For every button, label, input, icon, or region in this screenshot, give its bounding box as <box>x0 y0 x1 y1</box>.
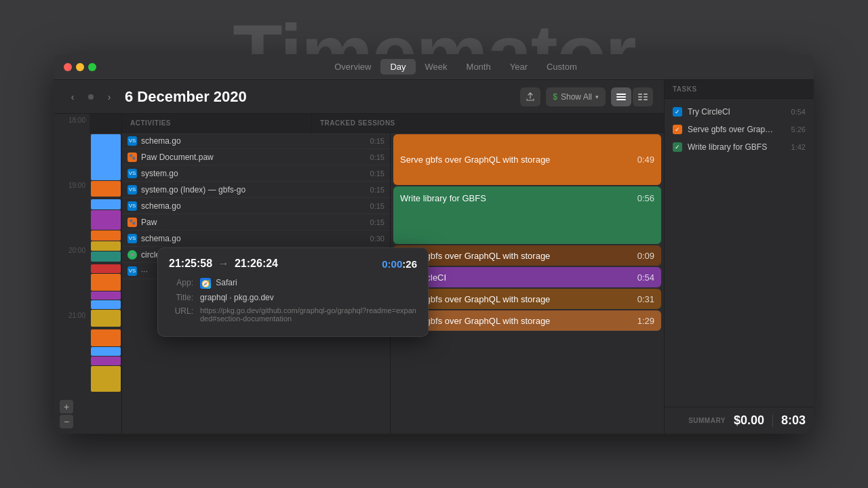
list-item[interactable]: VS schema.go 0:15 <box>122 133 390 149</box>
tab-custom[interactable]: Custom <box>537 59 587 75</box>
session-block[interactable]: Try CircleCI 0:54 <box>393 267 661 287</box>
tooltip-app-value: 🧭 Safari <box>200 278 417 289</box>
vscode-icon: VS <box>127 201 137 211</box>
task-row[interactable]: ✓ Write library for GBFS 1:42 <box>665 138 814 156</box>
minimize-button[interactable] <box>76 63 84 71</box>
list-item[interactable]: VS schema.go 0:15 <box>122 198 390 214</box>
session-block[interactable]: Serve gbfs over GraphQL with storage 0:4… <box>393 134 661 185</box>
tooltip-url-value: https://pkg.go.dev/github.com/graphql-go… <box>200 306 417 323</box>
list-item[interactable]: VS schema.go 0:30 <box>122 230 390 247</box>
session-block[interactable]: Serve gbfs over GraphQL with storage 1:2… <box>393 310 661 331</box>
tooltip-title-row: Title: graphql · pkg.go.dev <box>169 293 417 302</box>
list-item[interactable]: 🐾 Paw Document.paw 0:15 <box>122 149 390 165</box>
activity-name: schema.go <box>141 234 366 243</box>
summary-label: SUMMARY <box>688 417 726 424</box>
sessions-list: Serve gbfs over GraphQL with storage 0:4… <box>391 133 664 434</box>
task-row[interactable]: ✓ Serve gbfs over Grap… 5:26 <box>665 121 814 138</box>
summary-time: 8:03 <box>781 413 806 428</box>
tab-year[interactable]: Year <box>500 59 537 75</box>
view-toggle <box>611 87 653 106</box>
task-checkbox[interactable]: ✓ <box>673 142 682 152</box>
maximize-button[interactable] <box>88 63 96 71</box>
session-block[interactable]: Write library for GBFS 0:56 <box>393 186 661 244</box>
circleci-icon: ◉ <box>127 250 137 260</box>
activity-name: Paw Document.paw <box>141 152 366 162</box>
tooltip-app-row: App: 🧭 Safari <box>169 278 417 289</box>
tooltip-title-value: graphql · pkg.go.dev <box>200 293 417 302</box>
tab-month[interactable]: Month <box>457 59 500 75</box>
detail-view-button[interactable] <box>633 87 653 106</box>
session-duration: 0:54 <box>637 272 654 283</box>
activity-duration: 0:15 <box>370 186 384 194</box>
tooltip-duration: 0:00:26 <box>382 258 417 270</box>
task-row[interactable]: ✓ Try CircleCI 0:54 <box>665 103 814 121</box>
activity-duration: 0:15 <box>370 218 384 226</box>
vscode-icon: VS <box>127 136 137 146</box>
session-duration: 0:49 <box>637 155 654 165</box>
app-window: Overview Day Week Month Year Custom ‹ › … <box>54 54 814 434</box>
vscode-icon: VS <box>127 234 137 243</box>
activity-tooltip: 21:25:58 → 21:26:24 0:00:26 App: 🧭 Safar… <box>157 247 429 337</box>
close-button[interactable] <box>64 63 72 71</box>
traffic-lights <box>64 63 96 71</box>
list-item[interactable]: VS system.go 0:15 <box>122 165 390 182</box>
task-checkbox[interactable]: ✓ <box>673 125 682 134</box>
activity-duration: 0:30 <box>370 235 384 243</box>
prev-day-button[interactable]: ‹ <box>65 89 80 104</box>
task-checkbox[interactable]: ✓ <box>673 107 682 117</box>
tooltip-app-name: Safari <box>216 278 237 287</box>
session-name: Write library for GBFS <box>400 193 486 203</box>
activity-duration: 0:15 <box>370 137 384 145</box>
svg-rect-6 <box>644 96 648 98</box>
vscode-icon: VS <box>127 266 137 276</box>
vscode-icon: VS <box>127 185 137 195</box>
tooltip-title-label: Title: <box>169 293 193 302</box>
show-all-button[interactable]: $ Show All ▾ <box>546 87 606 106</box>
activity-name: Paw <box>141 218 366 227</box>
task-list: ✓ Try CircleCI 0:54 ✓ Serve gbfs over Gr… <box>665 99 814 407</box>
svg-rect-7 <box>638 99 642 100</box>
task-name: Try CircleCI <box>688 107 786 117</box>
svg-rect-8 <box>644 99 648 100</box>
tooltip-url-row: URL: https://pkg.go.dev/github.com/graph… <box>169 306 417 323</box>
tab-overview[interactable]: Overview <box>325 59 380 75</box>
next-day-button[interactable]: › <box>102 89 117 104</box>
list-item[interactable]: 🐾 Paw 0:15 <box>122 214 390 230</box>
today-indicator <box>88 94 94 100</box>
duration-main: 0:00 <box>382 258 402 270</box>
list-item[interactable]: VS system.go (Index) — gbfs-go 0:15 <box>122 182 390 198</box>
session-block[interactable]: Serve gbfs over GraphQL with storage 0:3… <box>393 289 661 309</box>
time-start: 21:25 <box>169 258 197 269</box>
time-end: 21:26 <box>235 258 262 269</box>
tasks-sidebar: TASKS ✓ Try CircleCI 0:54 ✓ Serve gbfs o… <box>665 80 814 434</box>
time-label-20: 20:00 <box>54 244 90 309</box>
current-date: 6 December 2020 <box>125 88 512 106</box>
session-block[interactable]: Serve gbfs over GraphQL with storage 0:0… <box>393 245 661 266</box>
task-duration: 1:42 <box>791 143 806 151</box>
header-actions: $ Show All ▾ <box>520 87 653 106</box>
activity-duration: 0:15 <box>370 169 384 178</box>
tab-week[interactable]: Week <box>416 59 457 75</box>
session-duration: 1:29 <box>637 316 654 326</box>
zoom-in-button[interactable]: + <box>60 400 73 413</box>
task-name: Serve gbfs over Grap… <box>688 125 786 134</box>
svg-rect-0 <box>616 94 626 95</box>
svg-rect-1 <box>616 96 626 98</box>
list-view-button[interactable] <box>611 87 631 106</box>
session-duration: 0:56 <box>637 193 654 203</box>
zoom-out-button[interactable]: − <box>60 415 73 428</box>
activity-duration: 0:15 <box>370 202 384 210</box>
chevron-down-icon: ▾ <box>595 94 599 100</box>
tasks-header: TASKS <box>665 80 814 99</box>
tooltip-app-label: App: <box>169 278 193 287</box>
task-name: Write library for GBFS <box>688 142 786 152</box>
tab-day[interactable]: Day <box>380 59 415 75</box>
tooltip-header: 21:25:58 → 21:26:24 0:00:26 <box>169 258 417 270</box>
svg-rect-5 <box>638 96 642 98</box>
summary-money: $0.00 <box>734 413 764 428</box>
summary-divider <box>772 415 773 427</box>
svg-rect-3 <box>638 94 642 95</box>
share-button[interactable] <box>520 87 540 106</box>
tooltip-time-range: 21:25:58 → 21:26:24 <box>169 258 278 270</box>
activity-name: schema.go <box>141 136 366 146</box>
